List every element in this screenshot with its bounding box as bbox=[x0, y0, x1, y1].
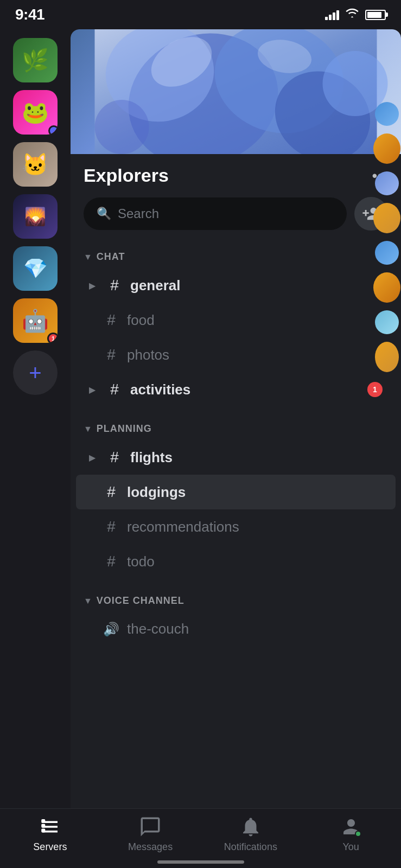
server-banner bbox=[71, 29, 401, 154]
channel-arrow-icon: ▶ bbox=[89, 280, 96, 291]
channel-name-photos: photos bbox=[127, 347, 169, 363]
nav-item-messages[interactable]: Messages bbox=[118, 815, 183, 853]
server-icon-cat[interactable]: 🐱 bbox=[13, 142, 58, 187]
channel-name-lodgings: lodgings bbox=[127, 484, 186, 501]
chat-chevron-icon: ▼ bbox=[84, 252, 92, 262]
channel-item-the-couch[interactable]: 🔊 the-couch bbox=[76, 612, 396, 646]
channel-name-food: food bbox=[127, 312, 155, 329]
channel-hash-icon: # bbox=[106, 449, 123, 466]
channel-arrow-icon: ▶ bbox=[89, 385, 96, 395]
nav-label-messages: Messages bbox=[128, 841, 173, 853]
channel-hash-icon: # bbox=[103, 483, 119, 501]
category-voice-channel[interactable]: ▼ VOICE CHANNEL bbox=[71, 588, 401, 612]
svg-rect-10 bbox=[42, 824, 46, 828]
channel-name-the-couch: the-couch bbox=[127, 621, 189, 637]
server-icon-teal[interactable]: 💎 bbox=[13, 246, 58, 291]
nav-label-you: You bbox=[342, 841, 359, 853]
server-icon-sunset[interactable]: 🌄 bbox=[13, 194, 58, 239]
add-server-button[interactable]: + bbox=[13, 350, 58, 395]
search-icon: 🔍 bbox=[97, 207, 111, 221]
status-time: 9:41 bbox=[15, 6, 44, 23]
channel-panel: Explorers ••• 🔍 Search ▼ CHAT bbox=[71, 29, 401, 868]
svg-rect-11 bbox=[42, 829, 46, 833]
right-partial-sidebar bbox=[373, 59, 401, 808]
channel-item-lodgings[interactable]: # lodgings bbox=[76, 475, 396, 509]
notifications-icon bbox=[239, 815, 262, 838]
server-header: Explorers ••• 🔍 Search bbox=[71, 154, 401, 239]
channel-name-activities: activities bbox=[130, 381, 190, 398]
you-icon bbox=[340, 815, 362, 838]
channel-item-general[interactable]: ▶ # general bbox=[76, 268, 396, 303]
status-icons bbox=[325, 7, 386, 22]
category-planning[interactable]: ▼ PLANNING bbox=[71, 416, 401, 440]
channel-list: ▼ CHAT ▶ # general # food # photos ▶ bbox=[71, 239, 401, 868]
svg-rect-9 bbox=[42, 819, 46, 823]
channel-name-flights: flights bbox=[130, 449, 173, 466]
nav-label-servers: Servers bbox=[33, 841, 67, 853]
channel-item-activities[interactable]: ▶ # activities 1 bbox=[76, 372, 396, 407]
category-chat[interactable]: ▼ CHAT bbox=[71, 244, 401, 268]
channel-arrow-icon: ▶ bbox=[89, 452, 96, 463]
server-title: Explorers bbox=[84, 165, 169, 186]
nav-item-servers[interactable]: Servers bbox=[17, 815, 82, 853]
channel-hash-icon: # bbox=[103, 553, 119, 570]
server-icon-bot[interactable]: 🤖 1 bbox=[13, 298, 58, 343]
category-label-planning: PLANNING bbox=[97, 423, 152, 435]
wifi-icon bbox=[345, 7, 360, 22]
search-row: 🔍 Search bbox=[84, 197, 388, 231]
messages-icon bbox=[139, 815, 162, 838]
server-notification-badge: 1 bbox=[47, 333, 58, 343]
channel-item-recommendations[interactable]: # recommendations bbox=[76, 509, 396, 544]
battery-icon bbox=[365, 10, 386, 20]
server-title-row: Explorers ••• bbox=[84, 165, 388, 186]
home-indicator bbox=[157, 860, 244, 864]
channel-hash-icon: # bbox=[103, 518, 119, 535]
channel-name-recommendations: recommendations bbox=[127, 519, 239, 535]
channel-hash-icon: # bbox=[103, 346, 119, 363]
signal-icon bbox=[325, 9, 339, 20]
channel-item-flights[interactable]: ▶ # flights bbox=[76, 440, 396, 475]
status-bar: 9:41 bbox=[0, 0, 401, 29]
channel-item-food[interactable]: # food bbox=[76, 303, 396, 337]
server-icon-plant[interactable]: 🌿 bbox=[13, 38, 58, 82]
app-layout: 🌿 🐸 🐱 🌄 💎 🤖 1 + bbox=[0, 29, 401, 868]
servers-icon bbox=[39, 815, 61, 838]
bottom-nav: Servers Messages Notifications You bbox=[0, 808, 401, 868]
channel-item-photos[interactable]: # photos bbox=[76, 337, 396, 372]
nav-item-notifications[interactable]: Notifications bbox=[218, 815, 283, 853]
search-box[interactable]: 🔍 Search bbox=[84, 197, 347, 230]
channel-hash-icon: # bbox=[106, 277, 123, 294]
nav-label-notifications: Notifications bbox=[224, 841, 277, 853]
server-icon-frog[interactable]: 🐸 bbox=[13, 90, 58, 135]
server-sidebar: 🌿 🐸 🐱 🌄 💎 🤖 1 + bbox=[0, 29, 71, 868]
voice-icon: 🔊 bbox=[103, 622, 119, 637]
nav-item-you[interactable]: You bbox=[319, 815, 384, 853]
channel-name-todo: todo bbox=[127, 553, 155, 570]
channel-name-general: general bbox=[130, 277, 181, 294]
voice-chevron-icon: ▼ bbox=[84, 596, 92, 606]
channel-hash-icon: # bbox=[103, 311, 119, 329]
channel-hash-icon: # bbox=[106, 381, 123, 398]
svg-point-8 bbox=[95, 100, 149, 154]
planning-chevron-icon: ▼ bbox=[84, 424, 92, 434]
search-placeholder: Search bbox=[118, 206, 159, 221]
category-label-chat: CHAT bbox=[97, 251, 125, 263]
category-label-voice: VOICE CHANNEL bbox=[97, 595, 184, 607]
channel-item-todo[interactable]: # todo bbox=[76, 544, 396, 579]
